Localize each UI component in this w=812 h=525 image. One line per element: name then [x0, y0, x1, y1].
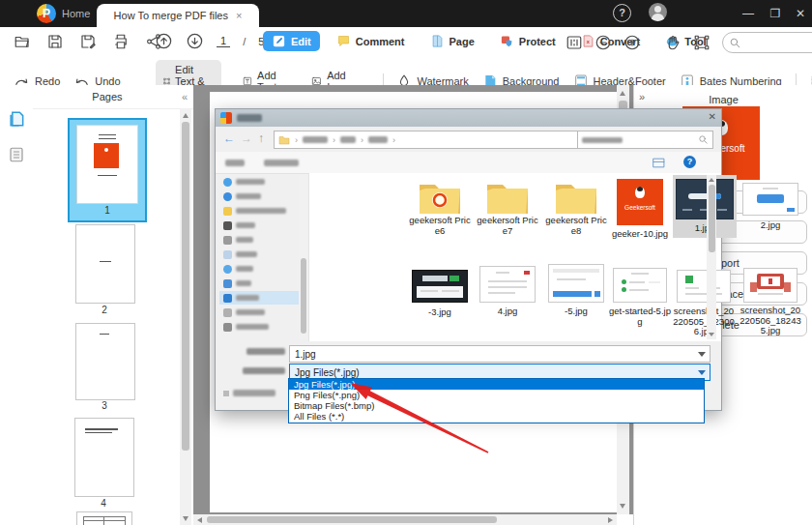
previous-page-icon[interactable]	[155, 32, 173, 50]
breadcrumb-blurred-text	[340, 136, 356, 143]
pages-scrollbar[interactable]	[180, 108, 191, 525]
tab-comment[interactable]: Comment	[328, 31, 414, 51]
address-breadcrumb[interactable]: › › › ›	[274, 131, 579, 149]
file-item-image[interactable]: screenshot_20220506_182435.jpg	[740, 268, 801, 336]
comment-note-icon	[336, 34, 351, 48]
dialog-help-icon[interactable]: ?	[683, 156, 696, 168]
filetype-option-jpg[interactable]: Jpg Files(*.jpg)	[289, 379, 704, 390]
nav-item-selected[interactable]	[219, 291, 306, 305]
tab-edit[interactable]: Edit	[263, 31, 320, 51]
forward-icon[interactable]: →	[241, 131, 252, 145]
file-item-image[interactable]: -3.jpg	[409, 270, 471, 318]
pages-panel-header: Pages «	[33, 85, 193, 109]
file-item-image[interactable]: 4.jpg	[477, 266, 538, 317]
tab-page[interactable]: Page	[421, 31, 483, 51]
nav-item[interactable]	[219, 219, 301, 232]
search-blurred-text	[582, 137, 623, 143]
close-button[interactable]: ✕	[790, 7, 811, 20]
filetype-dropdown-list: Jpg Files(*.jpg) Png Files(*.png) Bitmap…	[288, 378, 705, 423]
filename-combobox[interactable]: 1.jpg	[289, 345, 710, 363]
page-thumbnail-1[interactable]: 1	[68, 118, 147, 222]
document-tab[interactable]: How To merge PDF files ×	[97, 4, 259, 27]
file-item-image[interactable]: screenshot_20220505_123006.jpg	[673, 270, 735, 337]
outline-list-icon[interactable]	[8, 145, 25, 164]
nav-item[interactable]	[219, 320, 301, 334]
file-item-folder[interactable]: geekersoft Price6	[409, 179, 471, 236]
file-item-image[interactable]: -5.jpg	[545, 264, 607, 317]
scroll-down-arrow[interactable]	[183, 516, 188, 521]
save-as-icon[interactable]	[79, 33, 97, 50]
nav-item[interactable]	[219, 175, 301, 189]
nav-item[interactable]	[219, 306, 301, 319]
zoom-out-icon[interactable]	[594, 34, 612, 51]
maximize-button[interactable]: ❐	[765, 7, 786, 20]
folder-icon	[554, 179, 598, 216]
main-toolbar: 1 / 5 Edit Comment	[0, 27, 812, 57]
nav-item[interactable]	[219, 248, 301, 261]
dialog-search-icon	[698, 134, 709, 145]
dialog-search-input[interactable]	[577, 131, 713, 149]
dialog-nav-tree	[216, 173, 308, 341]
open-file-icon[interactable]	[14, 33, 31, 50]
avatar[interactable]	[649, 3, 667, 21]
folder-icon	[418, 179, 462, 216]
scroll-up-arrow[interactable]	[183, 113, 188, 118]
page1-image	[94, 143, 119, 168]
filetype-option-all[interactable]: All Files (*.*)	[289, 411, 704, 422]
page-thumbnail-3[interactable]	[75, 323, 135, 400]
view-mode-icon[interactable]	[652, 158, 665, 168]
nav-scrollbar[interactable]	[299, 175, 307, 339]
new-folder-blurred[interactable]	[264, 160, 299, 166]
light-screenshot-thumb	[613, 268, 667, 303]
select-transform-icon[interactable]	[693, 34, 710, 51]
back-icon[interactable]: ←	[223, 131, 235, 145]
minimize-button[interactable]: —	[738, 7, 759, 20]
dialog-option-blurred[interactable]	[223, 390, 276, 396]
page-slash: /	[243, 36, 246, 47]
light-screenshot-thumb	[677, 270, 731, 303]
breadcrumb-blurred-text	[303, 136, 328, 143]
hand-tool-icon[interactable]	[664, 34, 682, 51]
tab-protect[interactable]: Protect	[491, 31, 565, 51]
page-number-input[interactable]: 1	[217, 35, 230, 47]
file-item-image[interactable]: 2.jpg	[740, 183, 801, 231]
document-hscrollbar[interactable]	[193, 514, 617, 525]
nav-item[interactable]	[219, 262, 301, 276]
nav-item[interactable]	[219, 190, 301, 203]
file-item-image-selected[interactable]: 1.jpg	[673, 175, 737, 238]
next-page-icon[interactable]	[186, 32, 204, 50]
filetype-option-png[interactable]: Png Files(*.png)	[289, 390, 704, 400]
file-list-scrollbar[interactable]	[707, 175, 716, 339]
filetype-option-bmp[interactable]: Bitmap Files(*.bmp)	[289, 400, 704, 411]
print-icon[interactable]	[112, 33, 130, 50]
file-item-folder[interactable]: geekersoft Price8	[545, 179, 607, 236]
up-directory-icon[interactable]: ↑	[258, 131, 264, 145]
page-thumbnails-icon[interactable]	[7, 108, 26, 130]
search-input[interactable]	[722, 32, 812, 53]
file-item-image[interactable]: Geekersoft geeker-10.jpg	[609, 179, 671, 240]
zoom-in-icon[interactable]	[624, 34, 641, 51]
page-thumbnail-2[interactable]	[75, 224, 135, 304]
organize-menu-blurred[interactable]	[225, 160, 245, 166]
edit-toolbar: Redo Undo Edit Text & Image Add Text	[0, 56, 812, 86]
dialog-title-blurred-text	[237, 114, 262, 122]
page-thumbnail-4[interactable]	[74, 418, 134, 497]
pages-scrollbar-thumb[interactable]	[182, 122, 189, 451]
collapse-panel-icon[interactable]: «	[182, 91, 193, 102]
file-item-image[interactable]: get-started-5.jpg	[609, 268, 671, 327]
dialog-close-icon[interactable]: ✕	[709, 111, 716, 122]
page-layout-icon[interactable]	[566, 34, 583, 51]
help-icon[interactable]: ?	[613, 4, 631, 22]
file-item-folder[interactable]: geekersoft Price7	[477, 179, 538, 236]
filetype-label-blurred	[243, 367, 285, 374]
breadcrumb-blurred-text	[368, 136, 388, 143]
nav-item[interactable]	[219, 204, 301, 218]
nav-item[interactable]	[219, 277, 301, 290]
save-icon[interactable]	[46, 33, 64, 50]
page-thumbnail-5[interactable]	[76, 511, 132, 525]
title-bar: P Home How To merge PDF files × ? — ❐ ✕	[0, 0, 812, 27]
home-tab[interactable]: Home	[62, 8, 90, 19]
tab-close-icon[interactable]: ×	[236, 10, 242, 21]
light-screenshot-thumb	[479, 266, 536, 303]
nav-item[interactable]	[219, 233, 301, 247]
